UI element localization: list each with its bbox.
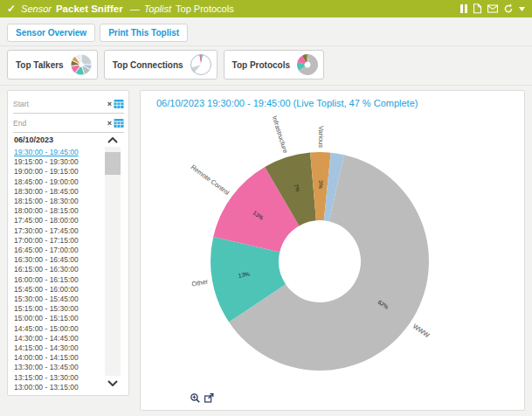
pie-chart-icon <box>296 53 319 76</box>
svg-text:13%: 13% <box>238 270 250 278</box>
time-range-item[interactable]: 13:00:00 - 13:15:00 <box>14 383 101 392</box>
time-range-sidebar: × × 06/10/2023 19:30:00 - 19:45:0019:15:… <box>7 90 129 396</box>
zoom-icon[interactable] <box>190 393 200 403</box>
toolbar: Sensor Overview Print This Toplist <box>7 24 188 42</box>
svg-text:WWW: WWW <box>411 322 432 340</box>
chart-footer <box>190 393 214 403</box>
svg-text:Various: Various <box>317 126 325 148</box>
time-range-item[interactable]: 17:00:00 - 17:15:00 <box>14 236 101 246</box>
clear-start-icon[interactable]: × <box>107 101 112 108</box>
time-range-item[interactable]: 16:30:00 - 16:45:00 <box>14 255 101 265</box>
time-range-item[interactable]: 15:15:00 - 15:30:00 <box>14 304 101 314</box>
end-date-input[interactable] <box>13 119 107 128</box>
time-range-item[interactable]: 18:00:00 - 18:15:00 <box>14 206 101 216</box>
tab-label: Top Protocols <box>232 60 290 70</box>
header-dash: — <box>130 3 140 14</box>
tab-top-connections[interactable]: Top Connections <box>104 50 218 80</box>
time-range-list: 19:30:00 - 19:45:0019:15:00 - 19:30:0019… <box>14 148 101 392</box>
time-range-item[interactable]: 13:15:00 - 13:30:00 <box>14 373 101 383</box>
start-date-row: × <box>13 95 124 114</box>
svg-text:13%: 13% <box>252 209 265 220</box>
date-header: 06/10/2023 <box>14 135 53 144</box>
time-range-item[interactable]: 19:30:00 - 19:45:00 <box>14 148 101 157</box>
page-title: Top Protocols <box>176 3 234 14</box>
time-range-item[interactable]: 15:30:00 - 15:45:00 <box>14 295 101 304</box>
time-range-item[interactable]: 18:15:00 - 18:30:00 <box>14 197 101 206</box>
refresh-icon[interactable] <box>503 3 514 14</box>
svg-text:62%: 62% <box>377 299 390 310</box>
tab-label: Top Connections <box>113 60 183 70</box>
header-bar: ✓ Sensor Packet Sniffer — Toplist Top Pr… <box>0 0 532 17</box>
time-range-item[interactable]: 19:00:00 - 19:15:00 <box>14 167 101 177</box>
report-icon[interactable] <box>473 3 482 14</box>
tab-top-talkers[interactable]: Top Talkers <box>7 50 98 80</box>
time-range-item[interactable]: 14:45:00 - 15:00:00 <box>14 324 101 334</box>
pause-icon[interactable] <box>460 4 467 13</box>
chart-title: 06/10/2023 19:30:00 - 19:45:00 (Live Top… <box>156 98 418 108</box>
time-range-item[interactable]: 17:45:00 - 18:00:00 <box>14 216 101 225</box>
sensor-name: Packet Sniffer <box>56 3 123 14</box>
header-type-label: Sensor <box>21 3 52 14</box>
toplist-tabs: Top Talkers Top Connections Top Protocol… <box>7 50 324 80</box>
pie-chart-icon <box>190 53 212 76</box>
scrollbar <box>104 133 121 390</box>
svg-text:Infrastructure: Infrastructure <box>271 114 290 154</box>
divider <box>0 45 532 46</box>
svg-text:Other: Other <box>191 277 210 288</box>
caret-down-icon[interactable] <box>519 7 525 11</box>
print-toplist-button[interactable]: Print This Toplist <box>100 24 188 42</box>
time-range-item[interactable]: 14:30:00 - 14:45:00 <box>14 334 101 343</box>
calendar-icon[interactable] <box>114 118 124 128</box>
time-range-item[interactable]: 16:15:00 - 16:30:00 <box>14 265 101 274</box>
open-new-window-icon[interactable] <box>204 393 214 403</box>
scrollbar-track[interactable] <box>105 147 121 376</box>
scrollbar-thumb[interactable] <box>105 152 121 175</box>
time-range-item[interactable]: 16:45:00 - 17:00:00 <box>14 246 101 255</box>
calendar-icon[interactable] <box>114 99 124 109</box>
svg-text:Remote Control: Remote Control <box>190 163 231 198</box>
toplist-chart-panel: 06/10/2023 19:30:00 - 19:45:00 (Live Top… <box>140 90 525 411</box>
status-check-icon: ✓ <box>7 3 16 15</box>
svg-text:3%: 3% <box>318 180 324 189</box>
time-range-item[interactable]: 15:00:00 - 15:15:00 <box>14 314 101 323</box>
time-range-item[interactable]: 19:15:00 - 19:30:00 <box>14 157 101 167</box>
tab-top-protocols[interactable]: Top Protocols <box>224 50 324 80</box>
end-date-row: × <box>13 114 124 133</box>
tab-label: Top Talkers <box>16 60 64 70</box>
protocols-donut-chart: WWW62%Other13%Remote Control13%Infrastru… <box>141 110 525 409</box>
sensor-overview-button[interactable]: Sensor Overview <box>7 24 95 42</box>
time-range-item[interactable]: 14:15:00 - 14:30:00 <box>14 343 101 353</box>
clear-end-icon[interactable]: × <box>107 120 112 128</box>
time-range-item[interactable]: 18:30:00 - 18:45:00 <box>14 187 101 197</box>
time-range-item[interactable]: 17:30:00 - 17:45:00 <box>14 226 101 236</box>
scroll-down-button[interactable] <box>105 376 121 390</box>
time-range-item[interactable]: 18:45:00 - 19:00:00 <box>14 177 101 187</box>
divider <box>0 85 532 86</box>
header-subtype-label: Toplist <box>144 3 171 14</box>
pie-chart-icon <box>70 53 93 76</box>
svg-text:7%: 7% <box>293 183 301 192</box>
scroll-up-button[interactable] <box>105 133 121 147</box>
time-range-item[interactable]: 15:45:00 - 16:00:00 <box>14 285 101 295</box>
email-icon[interactable] <box>487 4 498 13</box>
time-range-item[interactable]: 14:00:00 - 14:15:00 <box>14 353 101 363</box>
time-range-item[interactable]: 13:30:00 - 13:45:00 <box>14 363 101 372</box>
start-date-input[interactable] <box>13 100 107 108</box>
time-range-item[interactable]: 16:00:00 - 16:15:00 <box>14 275 101 285</box>
